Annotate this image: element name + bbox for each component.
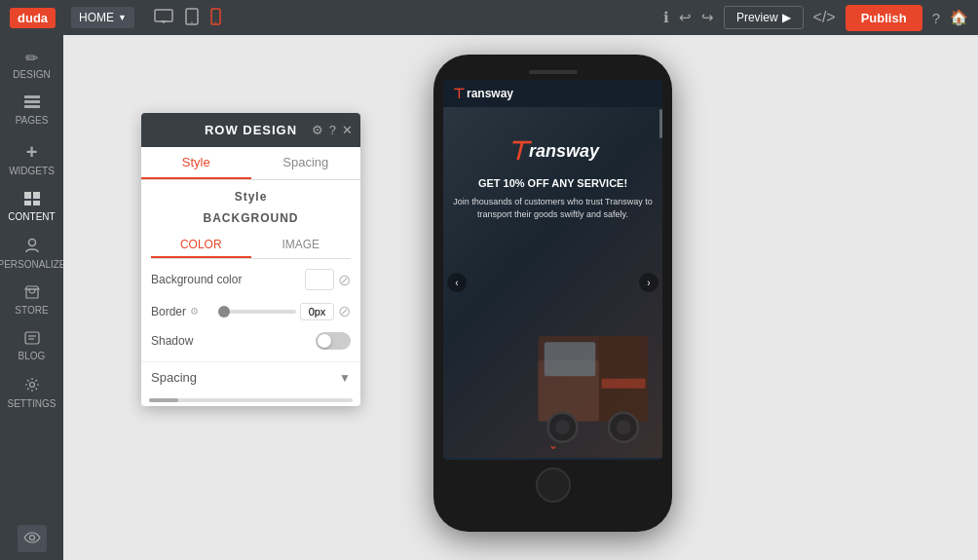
preview-btn[interactable]: Preview ▶ <box>724 6 804 29</box>
logo-t-red: ⊤ <box>453 86 465 101</box>
sidebar-item-widgets[interactable]: + WIDGETS <box>0 135 63 182</box>
shadow-label: Shadow <box>151 334 193 348</box>
page-name: HOME <box>79 11 114 24</box>
hero-logo-big: ⊤ ransway <box>453 136 653 167</box>
redo-btn[interactable]: ↪ <box>701 9 714 26</box>
sub-tab-color[interactable]: COLOR <box>151 233 251 258</box>
svg-point-20 <box>29 536 34 541</box>
pages-icon <box>24 95 40 113</box>
sidebar-item-content[interactable]: CONTENT <box>0 186 63 228</box>
hero-title: GET 10% OFF ANY SERVICE! <box>453 176 653 190</box>
mobile-device-btn[interactable] <box>207 4 225 32</box>
spacing-expand-icon[interactable]: ▼ <box>339 371 351 385</box>
sidebar-item-label: CONTENT <box>8 211 55 222</box>
hero-logo-text: ransway <box>529 141 599 162</box>
plus-icon: + <box>26 141 38 164</box>
design-icon: ✏ <box>25 49 38 67</box>
border-right: ⊘ <box>218 302 351 320</box>
color-indicator[interactable] <box>305 269 334 290</box>
hero-logo-t: ⊤ <box>507 136 529 167</box>
site-header: ⊤ ransway <box>443 80 662 107</box>
panel-help-icon[interactable]: ? <box>329 123 336 137</box>
spacing-row: Spacing ▼ <box>151 370 351 385</box>
shadow-toggle[interactable] <box>316 332 351 350</box>
svg-point-26 <box>555 420 570 434</box>
code-btn[interactable]: </> <box>813 9 836 26</box>
svg-rect-11 <box>33 192 40 199</box>
panel-close-icon[interactable]: ✕ <box>342 123 353 137</box>
svg-rect-10 <box>24 192 31 199</box>
preview-eye-btn[interactable] <box>18 525 47 552</box>
toggle-knob <box>318 334 331 348</box>
sidebar-item-label: STORE <box>15 305 48 316</box>
tab-spacing[interactable]: Spacing <box>251 147 361 179</box>
border-slider[interactable] <box>218 310 296 314</box>
sidebar-item-label: BLOG <box>19 351 46 361</box>
publish-btn[interactable]: Publish <box>846 5 922 31</box>
panel-title: ROW DESIGN <box>205 123 297 137</box>
svg-rect-0 <box>155 10 172 21</box>
panel-scrollbar-thumb <box>149 398 178 402</box>
panel-scrollbar <box>149 398 353 402</box>
background-color-field: Background color ⊘ <box>151 269 351 290</box>
svg-point-14 <box>28 240 35 246</box>
svg-point-6 <box>215 21 217 23</box>
style-section-title: Style <box>151 190 351 204</box>
phone-outer: ⊤ ransway <box>433 55 672 532</box>
phone-home-btn <box>536 467 571 503</box>
border-value-input[interactable] <box>300 303 334 320</box>
carousel-next-btn[interactable]: › <box>639 273 658 292</box>
sidebar-item-blog[interactable]: BLOG <box>0 325 63 367</box>
sidebar-item-store[interactable]: STORE <box>0 280 63 321</box>
border-field: Border ⚙ ⊘ <box>151 302 351 320</box>
background-title: BACKGROUND <box>151 211 351 225</box>
store-icon <box>24 285 40 303</box>
sidebar-item-design[interactable]: ✏ DESIGN <box>0 43 63 86</box>
background-color-label: Background color <box>151 273 242 286</box>
undo-btn[interactable]: ↩ <box>679 9 692 26</box>
truck-illustration <box>526 263 662 458</box>
topbar: duda HOME ▼ ℹ ↩ ↪ Preview ▶ </> Publish … <box>0 0 978 35</box>
svg-rect-29 <box>602 379 646 389</box>
sub-tabs: COLOR IMAGE <box>151 233 351 259</box>
border-label: Border ⚙ <box>151 305 199 318</box>
svg-rect-12 <box>24 201 31 205</box>
panel-tabs: Style Spacing <box>141 147 360 180</box>
panel-settings-icon[interactable]: ⚙ <box>312 123 323 137</box>
shadow-field: Shadow <box>151 332 351 350</box>
clear-border-icon[interactable]: ⊘ <box>338 302 351 320</box>
panel-header: ROW DESIGN ⚙ ? ✕ <box>141 113 360 147</box>
sub-tab-image[interactable]: IMAGE <box>251 233 352 258</box>
help-btn[interactable]: ? <box>932 10 940 26</box>
page-selector[interactable]: HOME ▼ <box>71 7 134 28</box>
desktop-device-btn[interactable] <box>150 4 177 32</box>
svg-point-19 <box>29 383 34 388</box>
sidebar-item-settings[interactable]: SETTINGS <box>0 371 63 415</box>
svg-point-4 <box>191 21 193 23</box>
sidebar: ✏ DESIGN PAGES + WIDGETS CONTENT PERSONA… <box>0 35 63 560</box>
info-btn[interactable]: ℹ <box>663 9 669 26</box>
clear-color-icon[interactable]: ⊘ <box>338 271 351 289</box>
sidebar-item-personalize[interactable]: PERSONALIZE <box>0 232 63 276</box>
svg-rect-13 <box>33 201 40 205</box>
content-icon <box>24 192 40 209</box>
sidebar-item-label: SETTINGS <box>7 398 56 409</box>
tablet-device-btn[interactable] <box>181 4 203 32</box>
sidebar-item-pages[interactable]: PAGES <box>0 90 63 131</box>
panel-body: Style BACKGROUND COLOR IMAGE Background … <box>141 180 360 394</box>
svg-rect-7 <box>24 95 40 98</box>
home-btn[interactable]: 🏠 <box>950 9 968 26</box>
content-area: ROW DESIGN ⚙ ? ✕ Style Spacing Style BAC… <box>63 35 978 560</box>
hero-content: ⊤ ransway GET 10% OFF ANY SERVICE! Join … <box>443 127 662 230</box>
spacing-label: Spacing <box>151 370 197 385</box>
phone-speaker <box>529 70 578 74</box>
carousel-prev-btn[interactable]: ‹ <box>447 273 467 292</box>
device-icons <box>150 4 225 32</box>
main-area: ✏ DESIGN PAGES + WIDGETS CONTENT PERSONA… <box>0 35 978 560</box>
tab-style[interactable]: Style <box>141 147 251 179</box>
blog-icon <box>24 331 40 349</box>
hero-text: Join thousands of customers who trust Tr… <box>453 196 653 220</box>
phone-screen: ⊤ ransway <box>443 80 662 460</box>
sidebar-item-label: DESIGN <box>13 69 50 80</box>
topbar-right: ℹ ↩ ↪ Preview ▶ </> Publish ? 🏠 <box>663 5 968 31</box>
